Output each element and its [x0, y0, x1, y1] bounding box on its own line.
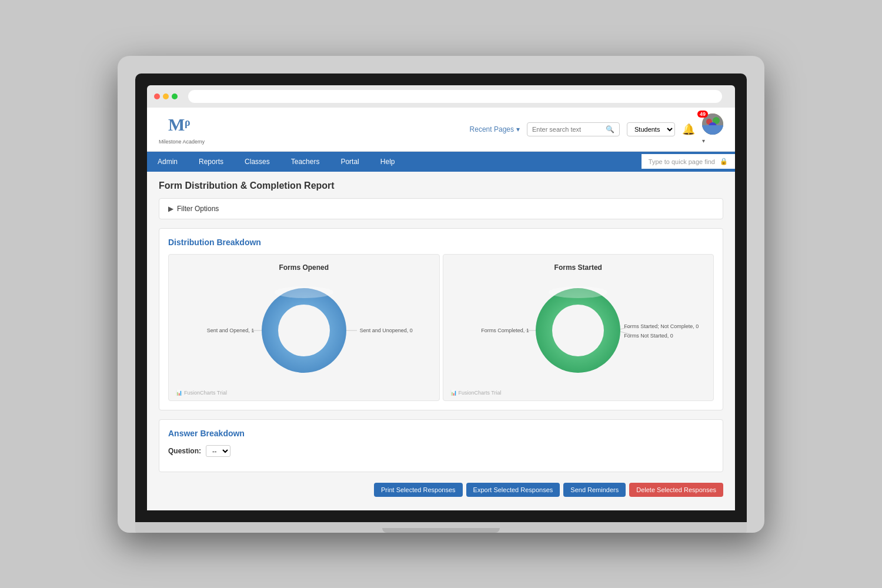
nav-portal[interactable]: Portal	[330, 152, 369, 172]
maximize-dot[interactable]	[172, 93, 178, 99]
filter-panel: ▶ Filter Options	[159, 198, 723, 219]
distribution-title: Distribution Breakdown	[168, 238, 714, 247]
svg-rect-6	[702, 125, 723, 135]
forms-opened-svg	[251, 278, 357, 383]
fusioncharts-label-1: 📊 FusionCharts Trial	[176, 390, 227, 396]
laptop-frame: M ρ Milestone Academy Recent Pages 🔍	[118, 56, 764, 533]
nav-teachers[interactable]: Teachers	[280, 152, 330, 172]
svg-text:M: M	[168, 115, 185, 134]
fusioncharts-icon-2: 📊	[450, 390, 457, 396]
traffic-lights	[154, 93, 178, 99]
lock-icon: 🔒	[720, 158, 728, 165]
students-dropdown[interactable]: Students	[627, 122, 675, 136]
answer-title: Answer Breakdown	[168, 429, 714, 438]
forms-started-title: Forms Started	[554, 263, 602, 272]
question-dropdown[interactable]: --	[206, 445, 230, 457]
notification-badge: 49	[697, 111, 708, 118]
nav-classes[interactable]: Classes	[234, 152, 280, 172]
logo-area: M ρ Milestone Academy	[159, 114, 205, 145]
avatar-chevron-icon: ▾	[702, 138, 705, 144]
delete-button[interactable]: Delete Selected Responses	[629, 483, 723, 497]
filter-toggle[interactable]: ▶ Filter Options	[168, 205, 714, 213]
fusioncharts-label-2: 📊 FusionCharts Trial	[450, 390, 502, 396]
forms-opened-title: Forms Opened	[279, 263, 329, 272]
screen-bezel: M ρ Milestone Academy Recent Pages 🔍	[135, 74, 747, 522]
svg-point-14	[549, 286, 607, 298]
forms-opened-donut: Sent and Opened, 1 Sent and Unopened, 0	[251, 278, 357, 383]
remind-button[interactable]: Send Reminders	[563, 483, 626, 497]
nav-admin[interactable]: Admin	[147, 152, 188, 172]
question-label: Question:	[168, 447, 201, 455]
export-button[interactable]: Export Selected Responses	[466, 483, 560, 497]
forms-opened-chart: Forms Opened	[168, 254, 440, 401]
laptop-base	[135, 522, 747, 533]
minimize-dot[interactable]	[163, 93, 169, 99]
recent-pages-button[interactable]: Recent Pages	[470, 125, 520, 133]
print-button[interactable]: Print Selected Responses	[374, 483, 463, 497]
search-input[interactable]	[532, 126, 603, 133]
logo-text: Milestone Academy	[159, 139, 205, 145]
quick-find-label[interactable]: Type to quick page find	[649, 158, 715, 165]
main-nav: Admin Reports Classes Teachers Portal He…	[147, 152, 735, 172]
forms-started-chart: Forms Started	[443, 254, 714, 401]
action-bar: Print Selected Responses Export Selected…	[159, 478, 723, 502]
svg-text:ρ: ρ	[185, 116, 191, 128]
answer-section: Answer Breakdown Question: --	[159, 419, 723, 472]
search-box: 🔍	[527, 122, 620, 136]
forms-started-label-left: Forms Completed, 1	[481, 328, 529, 333]
question-row: Question: --	[168, 445, 714, 457]
nav-items: Admin Reports Classes Teachers Portal He…	[147, 152, 642, 172]
forms-started-label-right: Forms Started; Not Complete, 0 Forms Not…	[624, 322, 699, 340]
forms-started-svg	[525, 278, 631, 383]
forms-opened-label-left: Sent and Opened, 1	[207, 328, 255, 333]
fusioncharts-icon-1: 📊	[176, 390, 182, 396]
page-title: Form Distribution & Completion Report	[159, 181, 723, 191]
forms-started-donut: Forms Completed, 1 Forms Started; Not Co…	[525, 278, 631, 383]
forms-opened-label-right: Sent and Unopened, 0	[360, 328, 413, 333]
screen-content: M ρ Milestone Academy Recent Pages 🔍	[147, 108, 735, 510]
header-right: Recent Pages 🔍 Students 🔔 49	[470, 113, 723, 145]
nav-help[interactable]: Help	[370, 152, 406, 172]
svg-point-9	[275, 286, 333, 298]
address-bar[interactable]	[188, 90, 722, 103]
bell-icon[interactable]: 🔔	[682, 123, 695, 136]
browser-chrome	[147, 85, 735, 108]
logo-icon: M ρ	[167, 114, 196, 138]
svg-point-8	[278, 305, 330, 356]
close-dot[interactable]	[154, 93, 160, 99]
avatar-area[interactable]: 49 ▾	[702, 113, 723, 145]
svg-point-13	[552, 305, 604, 356]
recent-pages-label: Recent Pages	[470, 125, 514, 133]
nav-reports[interactable]: Reports	[188, 152, 234, 172]
filter-label: Filter Options	[177, 205, 219, 213]
page-content: Form Distribution & Completion Report ▶ …	[147, 172, 735, 510]
chevron-down-icon	[516, 125, 520, 133]
distribution-section: Distribution Breakdown Forms Opened	[159, 228, 723, 410]
search-icon: 🔍	[606, 125, 614, 133]
filter-arrow-icon: ▶	[168, 205, 173, 213]
quick-find: Type to quick page find 🔒	[642, 154, 735, 169]
app-header: M ρ Milestone Academy Recent Pages 🔍	[147, 108, 735, 152]
charts-row: Forms Opened	[168, 254, 714, 401]
